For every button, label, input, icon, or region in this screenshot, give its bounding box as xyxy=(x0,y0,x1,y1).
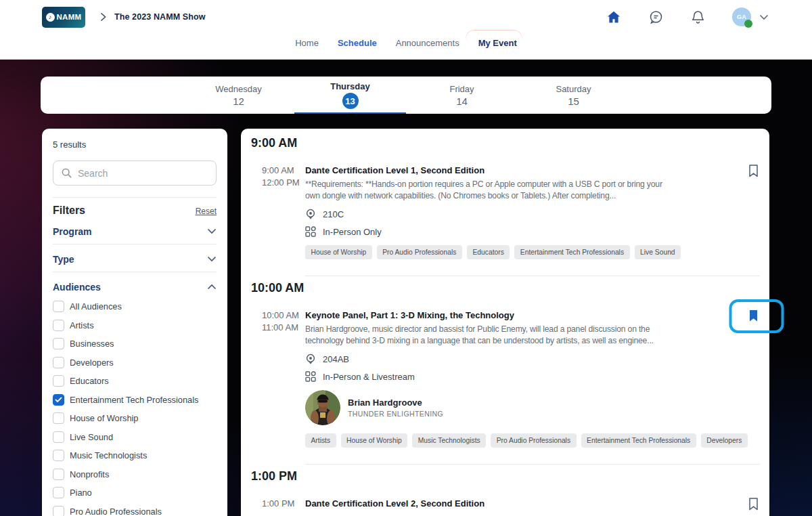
tag-pill: Artists xyxy=(305,433,336,448)
event-title[interactable]: Dante Certification Level 1, Second Edit… xyxy=(305,164,674,177)
date-tab-thursday[interactable]: Thursday13 xyxy=(294,77,406,114)
tag-pill: House of Worship xyxy=(305,245,372,259)
audience-option-label: Pro Audio Professionals xyxy=(70,507,162,516)
namm-logo[interactable]: ♪ NAMM xyxy=(42,7,85,28)
audience-option-label: Entertainment Tech Professionals xyxy=(70,395,198,405)
event-title[interactable]: Dante Certification Level 2, Second Edit… xyxy=(305,497,674,510)
audience-option[interactable]: Piano xyxy=(53,483,217,502)
filter-sidebar: 5 results Search Filters Reset ProgramTy… xyxy=(42,129,227,516)
checkbox[interactable] xyxy=(53,320,64,331)
event-attendance-row: In-Person Only xyxy=(305,226,674,237)
search-input[interactable]: Search xyxy=(53,160,217,186)
date-day-label: Thursday xyxy=(330,81,370,91)
event-card[interactable]: 10:00 AM11:00 AMKeynote Panel, Part 1: 3… xyxy=(262,309,760,448)
nav-tab-my-event[interactable]: My Event xyxy=(477,35,518,51)
checkbox[interactable] xyxy=(53,506,64,516)
tag-pill: Developers xyxy=(701,433,748,448)
event-description: Brian Hardgroove, music director and bas… xyxy=(305,324,674,347)
audience-option[interactable]: Educators xyxy=(53,372,217,391)
audience-option[interactable]: Businesses xyxy=(53,335,217,353)
nav-tab-announcements[interactable]: Announcements xyxy=(394,35,461,51)
audience-option-label: Nonprofits xyxy=(70,469,109,479)
audience-option[interactable]: Nonprofits xyxy=(53,465,217,484)
attendance-format-icon xyxy=(305,371,316,382)
filter-section-header-audiences[interactable]: Audiences xyxy=(53,277,217,297)
namm-logo-icon: ♪ xyxy=(46,13,55,22)
date-number: 13 xyxy=(342,93,359,109)
bookmark-icon[interactable] xyxy=(748,497,759,511)
tag-pill: Entertainment Tech Professionals xyxy=(514,245,629,259)
checkbox[interactable] xyxy=(53,301,64,312)
divider xyxy=(53,272,217,272)
event-location: 204AB xyxy=(323,354,349,364)
audience-option-label: All Audiences xyxy=(70,301,122,311)
filter-section-label: Type xyxy=(53,254,74,265)
reset-filters-link[interactable]: Reset xyxy=(196,207,217,216)
event-tags: ArtistsHouse of WorshipMusic Technologis… xyxy=(305,433,748,448)
date-number: 15 xyxy=(568,95,579,107)
breadcrumb-chevron-icon xyxy=(100,12,106,22)
chevron-up-icon xyxy=(207,284,217,290)
event-card[interactable]: 9:00 AM12:00 PMDante Certification Level… xyxy=(262,164,760,259)
date-tab-saturday[interactable]: Saturday15 xyxy=(518,77,629,114)
checkbox[interactable] xyxy=(53,487,64,498)
audience-option-label: Music Technologists xyxy=(70,450,147,460)
chevron-down-icon xyxy=(207,228,217,234)
chat-icon[interactable] xyxy=(648,9,663,24)
filter-section-header-program[interactable]: Program xyxy=(53,221,217,241)
filters-title: Filters xyxy=(53,205,85,217)
nav-tab-schedule[interactable]: Schedule xyxy=(336,35,378,51)
active-tab-underline xyxy=(294,112,406,114)
event-card[interactable]: 1:00 PMDante Certification Level 2, Seco… xyxy=(262,497,760,510)
time-group-heading: 1:00 PM xyxy=(251,469,760,483)
audience-option[interactable]: Artists xyxy=(53,316,217,335)
audience-option[interactable]: Pro Audio Professionals xyxy=(53,502,217,516)
nav-tab-home[interactable]: Home xyxy=(294,35,320,51)
audience-option-label: Artists xyxy=(70,320,94,330)
audience-option[interactable]: Entertainment Tech Professionals xyxy=(53,391,217,410)
divider xyxy=(305,276,760,276)
checkbox[interactable] xyxy=(53,338,64,349)
speaker-photo xyxy=(305,390,340,425)
audience-option-label: Piano xyxy=(70,488,92,498)
checkbox-checked[interactable] xyxy=(53,394,64,406)
schedule-group: 10:00 AM10:00 AM11:00 AMKeynote Panel, P… xyxy=(251,276,760,464)
audience-option[interactable]: House of Worship xyxy=(53,409,217,428)
audience-option[interactable]: Live Sound xyxy=(53,428,217,447)
bookmark-icon-filled[interactable] xyxy=(748,309,759,323)
date-day-label: Friday xyxy=(449,84,474,94)
checkbox[interactable] xyxy=(53,412,64,424)
event-title[interactable]: Keynote Panel, Part 1: 3-D Mixing, the T… xyxy=(305,309,674,322)
checkbox[interactable] xyxy=(53,375,64,387)
user-avatar[interactable]: GA xyxy=(732,7,751,26)
bookmark-icon[interactable] xyxy=(748,164,759,178)
event-location-row: 204AB xyxy=(305,353,674,365)
date-tab-wednesday[interactable]: Wednesday12 xyxy=(183,77,294,114)
breadcrumb: The 2023 NAMM Show xyxy=(114,12,205,22)
date-tab-bar: Wednesday12Thursday13Friday14Saturday15 xyxy=(41,77,771,114)
results-count: 5 results xyxy=(53,139,217,150)
attendance-format-icon xyxy=(305,226,316,237)
filter-section-label: Audiences xyxy=(53,282,101,293)
audience-option[interactable]: All Audiences xyxy=(53,297,217,316)
filter-section-program: Program xyxy=(53,221,217,244)
audience-option[interactable]: Music Technologists xyxy=(53,446,217,465)
checkbox[interactable] xyxy=(53,469,64,480)
bell-icon[interactable] xyxy=(690,9,705,24)
speaker[interactable]: Brian HardgrooveTHUNDER ENLIGHTENING xyxy=(305,390,674,425)
date-day-label: Saturday xyxy=(556,84,591,94)
filter-section-header-type[interactable]: Type xyxy=(53,249,217,269)
event-time-range: 1:00 PM xyxy=(262,497,305,510)
search-icon xyxy=(62,168,72,178)
date-tab-friday[interactable]: Friday14 xyxy=(406,77,518,114)
tag-pill: Live Sound xyxy=(635,245,681,259)
home-icon[interactable] xyxy=(606,9,621,24)
audience-option[interactable]: Developers xyxy=(53,353,217,372)
account-chevron-down-icon[interactable] xyxy=(757,9,771,24)
filter-section-type: Type xyxy=(53,249,217,272)
time-group-heading: 10:00 AM xyxy=(251,280,760,295)
checkbox[interactable] xyxy=(53,450,64,461)
checkbox[interactable] xyxy=(53,431,64,443)
checkbox[interactable] xyxy=(53,357,64,368)
speaker-name: Brian Hardgroove xyxy=(348,397,443,408)
